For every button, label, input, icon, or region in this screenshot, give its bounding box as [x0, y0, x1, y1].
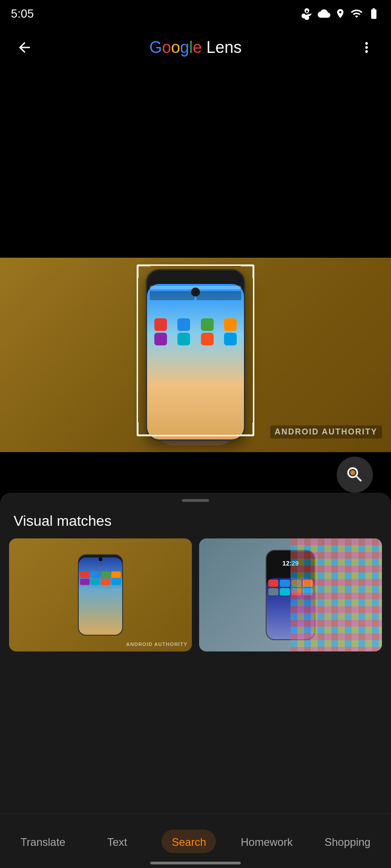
app-title: Google Lens — [149, 38, 242, 57]
match-card-1[interactable]: ANDROID AUTHORITY — [9, 538, 192, 651]
bottom-sheet: Visual matches — [0, 493, 391, 868]
status-time: 5:05 — [11, 7, 34, 21]
lens-search-icon — [345, 465, 365, 485]
fan-icon — [300, 7, 313, 20]
home-bar — [150, 862, 241, 864]
svg-point-0 — [350, 470, 355, 475]
location-icon — [335, 7, 346, 20]
match1-watermark: ANDROID AUTHORITY — [126, 642, 187, 647]
tab-translate-label: Translate — [20, 836, 65, 849]
tab-homework-label: Homework — [241, 836, 293, 849]
cloud-icon — [318, 7, 330, 20]
tab-text-label: Text — [107, 836, 127, 849]
matches-grid: ANDROID AUTHORITY 12:29 — [0, 538, 391, 651]
black-area-bottom — [0, 452, 391, 497]
more-options-button[interactable] — [353, 34, 380, 61]
tab-text[interactable]: Text — [90, 830, 144, 853]
phone-display — [123, 264, 268, 445]
tab-search-label: Search — [172, 836, 206, 849]
lens-search-button[interactable] — [337, 457, 373, 493]
image-area: ANDROID AUTHORITY — [0, 258, 391, 452]
battery-icon — [367, 7, 380, 20]
tab-homework[interactable]: Homework — [234, 830, 300, 853]
status-bar: 5:05 — [0, 0, 391, 27]
tab-shopping[interactable]: Shopping — [317, 830, 377, 853]
bottom-tabs: Translate Text Search Homework Shopping — [0, 814, 391, 868]
back-button[interactable] — [11, 34, 38, 61]
status-icons — [300, 7, 380, 20]
match-phone-1 — [78, 554, 123, 636]
captured-image — [0, 258, 391, 452]
black-area-top — [0, 68, 391, 258]
phone-device — [146, 269, 245, 441]
tab-search[interactable]: Search — [162, 830, 216, 853]
tab-translate[interactable]: Translate — [13, 830, 72, 853]
watermark: ANDROID AUTHORITY — [270, 425, 382, 439]
top-bar: Google Lens — [0, 27, 391, 68]
visual-matches-title: Visual matches — [0, 502, 391, 538]
wifi-icon — [350, 7, 363, 20]
match-card-2[interactable]: 12:29 — [199, 538, 382, 651]
tab-shopping-label: Shopping — [324, 836, 370, 849]
